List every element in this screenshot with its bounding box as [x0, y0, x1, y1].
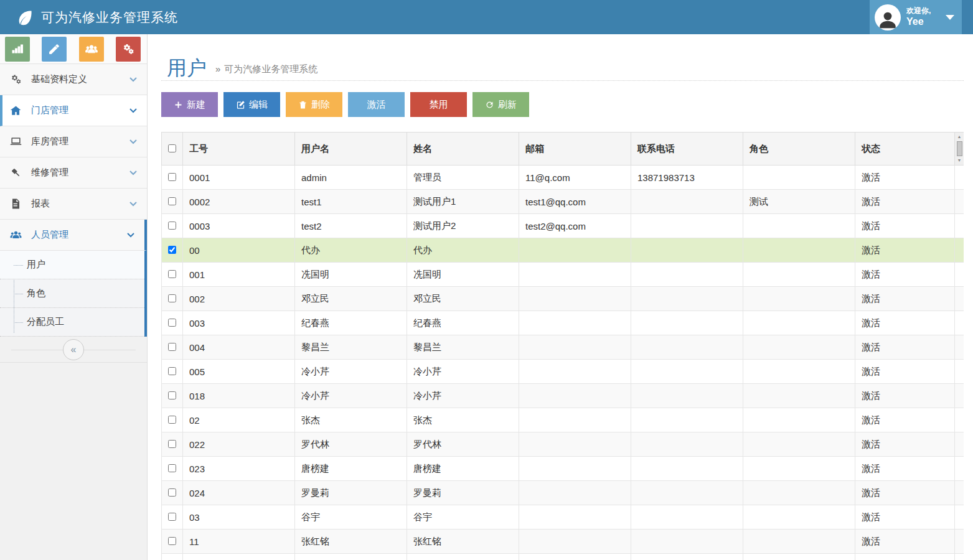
row-checkbox[interactable] — [168, 416, 176, 424]
scrollbar-cell: ▲ ▼ — [955, 133, 964, 166]
sidebar-collapse-bar: « — [0, 337, 147, 363]
row-checkbox[interactable] — [168, 246, 176, 254]
table-row[interactable]: 001冼国明冼国明激活 — [162, 263, 964, 287]
table-row[interactable]: 0003test2测试用户2test2@qq.com激活 — [162, 214, 964, 238]
cell-employee-id: 018 — [183, 384, 295, 408]
cell-username: 张杰 — [295, 408, 407, 432]
submenu-item-users[interactable]: 用户 — [0, 251, 144, 279]
cell-role — [743, 530, 855, 554]
person-icon — [877, 9, 898, 30]
submenu-item-assign-staff[interactable]: 分配员工 — [0, 308, 144, 337]
sidebar-item-personnel-management[interactable]: 人员管理 — [0, 220, 147, 251]
row-checkbox[interactable] — [168, 367, 176, 375]
cell-employee-id: 023 — [183, 457, 295, 481]
row-checkbox[interactable] — [168, 197, 176, 205]
row-checkbox[interactable] — [168, 440, 176, 448]
users-tile-button[interactable] — [79, 37, 104, 62]
header-phone[interactable]: 联系电话 — [631, 133, 743, 166]
button-label: 编辑 — [249, 99, 268, 111]
cell-status: 激活 — [855, 360, 955, 384]
sidebar-item-reports[interactable]: 报表 — [0, 189, 147, 220]
new-button[interactable]: 新建 — [161, 92, 218, 117]
table-row[interactable]: 03谷宇谷宇激活 — [162, 505, 964, 530]
refresh-button[interactable]: 刷新 — [472, 92, 529, 117]
row-checkbox[interactable] — [168, 222, 176, 230]
spacer-cell — [955, 384, 964, 408]
edit-button[interactable]: 编辑 — [223, 92, 280, 117]
table-row[interactable]: 11张红铭张红铭激活 — [162, 530, 964, 554]
header-status[interactable]: 状态 — [855, 133, 955, 166]
user-menu[interactable]: 欢迎你, Yee — [870, 0, 962, 34]
row-checkbox[interactable] — [168, 513, 176, 521]
spacer-cell — [955, 335, 964, 360]
bar-chart-tile-button[interactable] — [5, 37, 30, 62]
header-username[interactable]: 用户名 — [295, 133, 407, 166]
table-row[interactable]: 002邓立民邓立民激活 — [162, 287, 964, 311]
sidebar-item-label: 库房管理 — [31, 136, 68, 147]
chevron-down-icon — [129, 170, 137, 175]
table-row[interactable]: 023唐榜建唐榜建激活 — [162, 457, 964, 481]
row-checkbox[interactable] — [168, 343, 176, 351]
breadcrumb[interactable]: »可为汽修业务管理系统 — [215, 63, 317, 75]
sidebar-item-label: 人员管理 — [31, 229, 68, 241]
refresh-icon — [485, 100, 494, 110]
table-row[interactable]: 024罗曼莉罗曼莉激活 — [162, 481, 964, 505]
row-checkbox[interactable] — [168, 391, 176, 399]
row-checkbox[interactable] — [168, 464, 176, 472]
sidebar-item-warehouse-management[interactable]: 库房管理 — [0, 126, 147, 157]
cell-role — [743, 432, 855, 457]
cell-employee-id: 12 — [183, 554, 295, 560]
table-row[interactable]: 0001admin管理员11@q.com13871983713激活 — [162, 166, 964, 190]
row-checkbox[interactable] — [168, 294, 176, 302]
spacer-cell — [955, 554, 964, 560]
scroll-down-icon[interactable]: ▼ — [957, 158, 962, 163]
scroll-up-icon[interactable]: ▲ — [957, 134, 962, 139]
cell-role — [743, 457, 855, 481]
row-checkbox[interactable] — [168, 270, 176, 278]
header-name[interactable]: 姓名 — [407, 133, 519, 166]
delete-button[interactable]: 删除 — [286, 92, 342, 117]
table-row[interactable]: 022罗代林罗代林激活 — [162, 432, 964, 457]
activate-button[interactable]: 激活 — [348, 92, 405, 117]
scrollbar-thumb[interactable] — [957, 141, 962, 156]
table-row[interactable]: 004黎昌兰黎昌兰激活 — [162, 335, 964, 360]
sidebar-item-base-data[interactable]: 基础资料定义 — [0, 64, 147, 95]
cell-username: 邓立民 — [295, 287, 407, 311]
welcome-text: 欢迎你, — [906, 6, 931, 16]
disable-button[interactable]: 禁用 — [410, 92, 467, 117]
cell-employee-id: 005 — [183, 360, 295, 384]
table-row[interactable]: 003纪春燕纪春燕激活 — [162, 311, 964, 335]
table-row[interactable]: 12何创才何创才激活 — [162, 554, 964, 560]
select-all-cell — [162, 133, 183, 166]
row-checkbox[interactable] — [168, 488, 176, 497]
button-label: 删除 — [311, 99, 330, 111]
table-row[interactable]: 02张杰张杰激活 — [162, 408, 964, 432]
table-scrollbar[interactable]: ▲ ▼ — [955, 133, 964, 165]
sidebar-item-label: 基础资料定义 — [31, 73, 87, 85]
header-employee-id[interactable]: 工号 — [183, 133, 295, 166]
chevron-down-icon — [129, 108, 137, 113]
sidebar-item-store-management[interactable]: 门店管理 — [0, 95, 147, 126]
row-checkbox[interactable] — [168, 173, 176, 181]
table-row[interactable]: 0002test1测试用户1test1@qq.com测试激活 — [162, 190, 964, 214]
select-all-checkbox[interactable] — [168, 144, 176, 152]
gears-tile-button[interactable] — [116, 37, 141, 62]
row-checkbox[interactable] — [168, 319, 176, 327]
main-content: 用户 »可为汽修业务管理系统 新建 编辑 删除 激活 禁用 刷新 — [148, 34, 973, 560]
header-role[interactable]: 角色 — [743, 133, 855, 166]
row-checkbox-cell — [162, 505, 183, 530]
spacer-cell — [955, 432, 964, 457]
table-row[interactable]: 005冷小芹冷小芹激活 — [162, 360, 964, 384]
header-email[interactable]: 邮箱 — [519, 133, 631, 166]
collapse-sidebar-button[interactable]: « — [63, 339, 84, 360]
cell-status: 激活 — [855, 530, 955, 554]
table-row[interactable]: 00代办代办激活 — [162, 238, 964, 263]
cell-username: 何创才 — [295, 554, 407, 560]
pencil-tile-button[interactable] — [42, 37, 67, 62]
sidebar-item-repair-management[interactable]: 维修管理 — [0, 157, 147, 189]
table-row[interactable]: 018冷小芹冷小芹激活 — [162, 384, 964, 408]
row-checkbox[interactable] — [168, 537, 176, 545]
submenu-item-roles[interactable]: 角色 — [0, 279, 144, 308]
cell-username: admin — [295, 166, 407, 190]
cell-email — [519, 554, 631, 560]
